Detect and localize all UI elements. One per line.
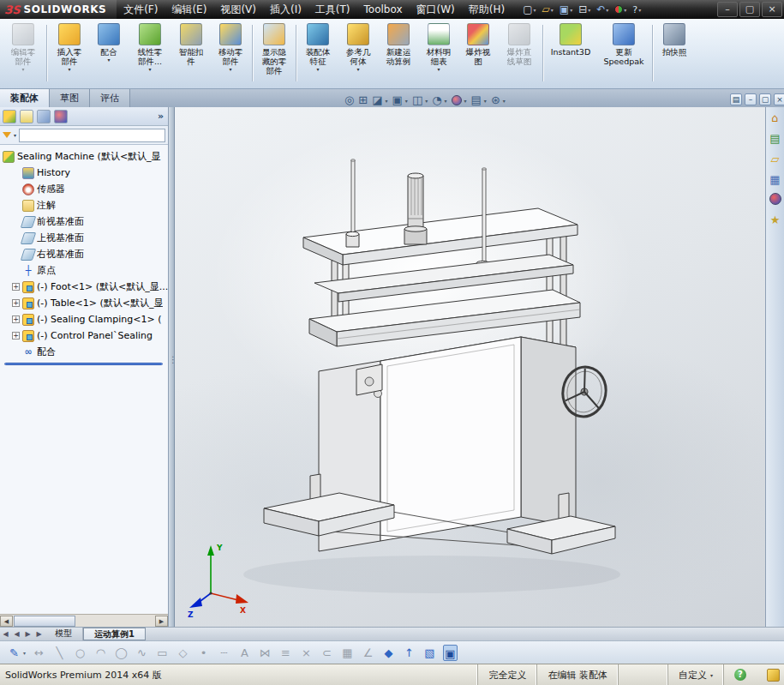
panel-splitter[interactable]: ⋮ [169, 107, 175, 627]
graphics-viewport[interactable]: Y X Z [175, 107, 765, 627]
panel-chevron[interactable]: » [158, 111, 165, 122]
convert-entities-icon[interactable]: ⊂ [320, 645, 334, 661]
tree-item-right-plane[interactable]: 右视基准面 [3, 246, 168, 262]
edit-appearance-icon[interactable] [452, 95, 462, 105]
dropdown-arrow[interactable]: ▾ [570, 7, 572, 13]
menu-insert[interactable]: 插入(I) [263, 0, 308, 19]
dropdown-arrow[interactable]: ▾ [23, 650, 26, 656]
text-icon[interactable]: A [237, 645, 252, 661]
tab-sketch[interactable]: 草图 [50, 89, 90, 107]
doc-close-button[interactable]: × [774, 93, 784, 105]
active-tool-icon[interactable]: ▣ [443, 645, 458, 661]
dropdown-arrow[interactable]: ▾ [551, 7, 554, 13]
tab-scroll-right-icon[interactable]: ▶ [22, 628, 33, 640]
zoom-area-icon[interactable]: ⊞ [358, 93, 368, 108]
rectangle-icon[interactable]: ▭ [155, 645, 170, 661]
dropdown-arrow[interactable]: ▾ [503, 98, 506, 104]
design-library-icon[interactable]: ▤ [768, 131, 783, 147]
ellipse-icon[interactable]: ◯ [114, 645, 129, 661]
tree-item-history[interactable]: History [3, 165, 168, 181]
spline-icon[interactable]: ∿ [135, 645, 149, 661]
ribbon-button-move-component[interactable]: 移动零 部件 ▾ [211, 21, 250, 87]
tree-item-front-plane[interactable]: 前视基准面 [3, 213, 168, 230]
rollback-bar[interactable] [4, 363, 163, 365]
menu-window[interactable]: 窗口(W) [410, 0, 462, 19]
appearances-scenes-icon[interactable] [769, 193, 781, 205]
sketch-icon[interactable]: ✎ [7, 645, 21, 661]
save-document-button[interactable]: ▣▾ [557, 1, 575, 18]
ribbon-button-instant3d[interactable]: Instant3D [545, 21, 596, 87]
doc-restore-button[interactable]: ▢ [759, 93, 771, 105]
expand-icon[interactable]: + [12, 315, 20, 323]
dropdown-arrow[interactable]: ▾ [464, 98, 467, 104]
ribbon-button-mate[interactable]: 配合 ▾ [90, 21, 128, 87]
minimize-button[interactable]: – [717, 2, 738, 17]
display-style-icon[interactable]: ◫ [412, 93, 422, 108]
smart-dimension-icon[interactable]: ↔ [32, 645, 46, 661]
tab-scroll-last-icon[interactable]: ▶ [33, 628, 45, 640]
dropdown-arrow[interactable]: ▾ [624, 7, 626, 13]
displaymanager-tab-icon[interactable] [54, 110, 68, 123]
menu-edit[interactable]: 编辑(E) [165, 0, 213, 19]
help-badge-icon[interactable]: ? [734, 669, 746, 681]
ribbon-button-insert-components[interactable]: 插入零 部件 ▾ [50, 21, 89, 87]
tab-evaluate[interactable]: 评估 [90, 89, 130, 107]
ribbon-button-bill-of-materials[interactable]: 材料明 细表 ▾ [419, 21, 458, 87]
custom-dropdown[interactable]: 自定义▾ [667, 664, 723, 685]
maximize-button[interactable]: ▢ [739, 2, 760, 17]
isometric-cube-icon[interactable]: ◆ [381, 645, 396, 661]
rebuild-button[interactable]: ▾ [612, 1, 629, 18]
view-settings-icon[interactable]: ⊛ [491, 93, 500, 108]
model-3d-view[interactable] [175, 107, 765, 627]
dropdown-arrow[interactable]: ▾ [638, 7, 641, 13]
dropdown-arrow[interactable]: ▾ [484, 98, 487, 104]
solidworks-resources-icon[interactable]: ⌂ [768, 111, 783, 126]
tree-item-mates[interactable]: ∞ 配合 [3, 344, 168, 360]
ribbon-button-smart-fasteners[interactable]: 智能扣 件 [172, 21, 210, 87]
ribbon-button-explode-line-sketch[interactable]: 爆炸直 线草图 [498, 21, 541, 87]
dropdown-arrow[interactable]: ▾ [14, 132, 16, 138]
configurationmanager-tab-icon[interactable] [37, 110, 51, 123]
doc-cascade-button[interactable]: ▤ [730, 93, 742, 105]
expand-icon[interactable]: + [12, 283, 20, 291]
menu-tools[interactable]: 工具(T) [308, 0, 357, 19]
file-explorer-icon[interactable]: ▱ [768, 152, 783, 167]
new-document-button[interactable]: ▢▾ [520, 1, 538, 18]
ribbon-button-edit-component[interactable]: 编辑零 部件 ▾ [2, 21, 45, 87]
print-document-button[interactable]: ⊟▾ [576, 1, 593, 18]
ribbon-button-update-speedpak[interactable]: 更新 Speedpak [597, 21, 650, 87]
point-icon[interactable]: • [196, 645, 211, 661]
dropdown-arrow[interactable]: ▾ [445, 98, 447, 104]
offset-entities-icon[interactable]: ≡ [278, 645, 293, 661]
dropdown-arrow[interactable]: ▾ [588, 7, 590, 13]
featuremanager-tab-icon[interactable] [3, 110, 16, 123]
ribbon-button-show-hidden-components[interactable]: 显示隐 藏的零 部件 [254, 21, 294, 87]
grid-icon[interactable]: ▦ [340, 645, 355, 661]
scroll-right-icon[interactable]: ▶ [155, 616, 168, 627]
splitter-grip[interactable]: ⋮ [169, 356, 174, 364]
section-view-icon[interactable]: ◪ [372, 93, 382, 108]
normal-to-icon[interactable]: ↑ [402, 645, 416, 661]
doc-minimize-button[interactable]: – [745, 93, 757, 105]
line-icon[interactable]: ╲ [52, 645, 67, 661]
ribbon-button-linear-pattern[interactable]: 线性零 部件... ▾ [129, 21, 171, 87]
tree-item-sealing-clamping[interactable]: + (-) Sealing Clamping<1> ( [3, 311, 168, 327]
tab-motion-study-1[interactable]: 运动算例1 [83, 628, 146, 640]
help-options-button[interactable]: ?▾ [630, 1, 643, 18]
tree-filter-input[interactable] [19, 129, 165, 142]
expand-icon[interactable]: + [12, 299, 20, 307]
apply-scene-icon[interactable]: ▤ [471, 93, 482, 108]
undo-button[interactable]: ↶▾ [594, 1, 611, 18]
quick-tips-icon[interactable] [767, 669, 780, 682]
custom-properties-icon[interactable]: ★ [768, 213, 783, 228]
dropdown-arrow[interactable]: ▾ [386, 98, 388, 104]
dropdown-arrow[interactable]: ▾ [425, 98, 428, 104]
ribbon-button-reference-geometry[interactable]: 参考几 何体 ▾ [338, 21, 378, 87]
menu-file[interactable]: 文件(F) [117, 0, 165, 19]
mirror-entities-icon[interactable]: ⋈ [258, 645, 272, 661]
propertymanager-tab-icon[interactable] [20, 110, 33, 123]
tree-item-top-plane[interactable]: 上视基准面 [3, 230, 168, 246]
dropdown-arrow[interactable]: ▾ [606, 7, 608, 13]
tree-horizontal-scrollbar[interactable]: ◀ ▶ [0, 614, 168, 627]
view-orientation-icon[interactable]: ▣ [392, 93, 403, 108]
